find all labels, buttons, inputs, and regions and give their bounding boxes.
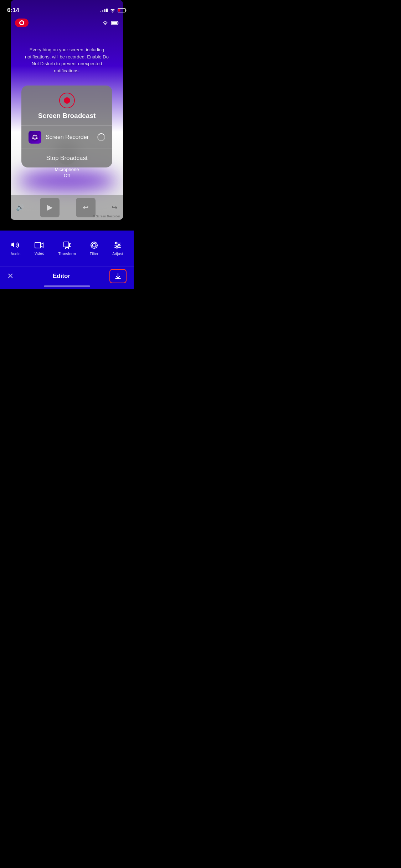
status-time: 6:14 [7, 7, 19, 14]
play-icon: ▶ [47, 203, 53, 212]
toolbar-item-audio[interactable]: Audio [6, 238, 25, 259]
svg-rect-1 [126, 10, 127, 11]
modal-header: Screen Broadcast [21, 86, 112, 125]
forward-icon[interactable]: ↪ [112, 203, 118, 212]
svg-point-26 [116, 247, 118, 248]
app-info: Screen Recorder [29, 131, 89, 144]
svg-point-20 [92, 243, 96, 247]
audio-icon [11, 241, 20, 249]
stop-broadcast-label: Stop Broadcast [46, 155, 87, 161]
app-icon-graphic [30, 132, 40, 142]
screen-top-right-icons [102, 21, 119, 25]
battery-small-icon [111, 21, 119, 25]
editor-title: Editor [53, 273, 70, 280]
svg-point-6 [31, 133, 39, 141]
transform-label: Transform [58, 252, 76, 256]
toolbar-item-video[interactable]: Video [30, 238, 48, 258]
close-button[interactable]: ✕ [7, 272, 14, 281]
status-bar: 6:14 [0, 0, 134, 16]
record-inner-dot [64, 97, 70, 104]
wifi-small-icon [102, 21, 108, 25]
bottom-toolbar: Audio Video Transform Filter [0, 231, 134, 266]
video-icon [35, 241, 44, 249]
svg-rect-17 [35, 242, 41, 248]
audio-label: Audio [10, 252, 20, 256]
adjust-label: Adjust [112, 252, 123, 256]
toolbar-item-adjust[interactable]: Adjust [108, 238, 128, 259]
warning-text: Everything on your screen, including not… [11, 46, 123, 74]
toolbar-item-filter[interactable]: Filter [86, 238, 103, 259]
filter-icon [90, 241, 98, 249]
home-indicator [44, 285, 90, 287]
loading-spinner [97, 133, 105, 141]
svg-rect-5 [111, 22, 117, 24]
svg-point-24 [115, 242, 117, 244]
stop-broadcast-button[interactable]: Stop Broadcast [21, 149, 112, 167]
broadcast-modal: Screen Broadcast Screen Re [21, 86, 112, 167]
svg-rect-4 [118, 22, 119, 24]
video-label: Video [34, 251, 44, 255]
transform-icon [63, 241, 71, 249]
toolbar-item-transform[interactable]: Transform [54, 238, 80, 259]
download-button[interactable] [109, 269, 127, 283]
status-icons [100, 8, 127, 12]
app-name: Screen Recorder [46, 134, 89, 140]
svg-point-25 [118, 244, 120, 246]
rewind-icon: ↩ [83, 203, 89, 212]
adjust-icon [113, 241, 122, 249]
download-icon [114, 273, 122, 280]
player-controls: 🔊 ▶ ↩ ↪ © Screen Recorder [11, 195, 123, 220]
recording-pill [15, 19, 29, 27]
svg-rect-18 [64, 242, 69, 247]
screen-top-bar [11, 16, 123, 30]
battery-icon [118, 8, 127, 12]
filter-label: Filter [90, 252, 98, 256]
volume-icon[interactable]: 🔊 [16, 203, 24, 211]
record-circle-icon [59, 93, 75, 108]
signal-icon [100, 9, 108, 12]
app-icon [29, 131, 41, 144]
modal-title: Screen Broadcast [38, 112, 96, 120]
watermark: © Screen Recorder [93, 215, 120, 218]
play-button[interactable]: ▶ [40, 198, 60, 217]
svg-rect-2 [118, 9, 120, 12]
wifi-icon [110, 8, 115, 12]
screen-area: Everything on your screen, including not… [11, 0, 123, 220]
modal-app-row: Screen Recorder [21, 126, 112, 149]
close-icon: ✕ [7, 272, 14, 280]
microphone-label: Microphone Off [55, 167, 79, 179]
recording-dot-icon [19, 20, 24, 25]
